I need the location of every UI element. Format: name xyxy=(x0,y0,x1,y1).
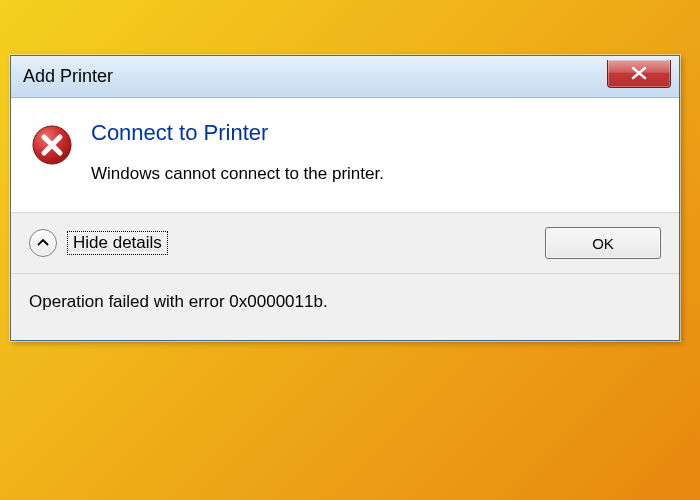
details-text: Operation failed with error 0x0000011b. xyxy=(29,292,328,311)
details-toggle-label: Hide details xyxy=(67,231,168,255)
dialog-message: Windows cannot connect to the printer. xyxy=(91,164,659,184)
close-button[interactable] xyxy=(607,60,671,88)
ok-button[interactable]: OK xyxy=(545,227,661,259)
content-text: Connect to Printer Windows cannot connec… xyxy=(91,120,659,184)
dialog-heading: Connect to Printer xyxy=(91,120,659,146)
chevron-button[interactable] xyxy=(29,229,57,257)
chevron-up-icon xyxy=(37,239,49,247)
error-icon xyxy=(31,124,73,166)
close-icon xyxy=(630,66,648,80)
add-printer-dialog: Add Printer Connect to Print xyxy=(10,55,680,341)
button-row: Hide details OK xyxy=(11,212,679,273)
content-area: Connect to Printer Windows cannot connec… xyxy=(11,98,679,212)
titlebar: Add Printer xyxy=(11,56,679,98)
details-toggle[interactable]: Hide details xyxy=(29,229,168,257)
window-title: Add Printer xyxy=(23,66,113,87)
details-panel: Operation failed with error 0x0000011b. xyxy=(11,273,679,340)
